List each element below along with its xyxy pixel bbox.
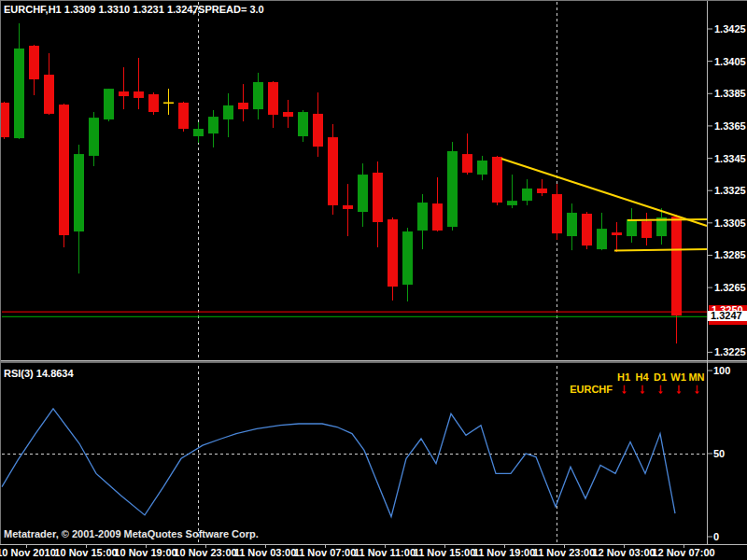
trend-down-arrow-icon-mn: ↓ <box>685 381 708 395</box>
candle-body <box>522 189 532 201</box>
candle-body <box>627 219 637 236</box>
price-axis-label: 1.3405 <box>714 56 746 67</box>
candle-body <box>44 75 54 114</box>
price-axis-label: 1.3425 <box>714 23 746 35</box>
candle-body <box>343 205 353 209</box>
chart-canvas: 1.34251.34051.33851.33651.33451.33251.33… <box>0 0 747 560</box>
spread-label: , SPREAD= 3.0 <box>192 4 264 15</box>
candle-body <box>358 175 368 212</box>
candle-body <box>14 49 24 138</box>
candle-body <box>163 102 174 104</box>
candle-body <box>89 118 99 156</box>
price-axis-label: 1.3305 <box>714 217 746 229</box>
candle-body <box>238 103 248 109</box>
time-axis-label: 11 Nov 23:00 <box>533 547 596 558</box>
candle-body <box>402 231 413 285</box>
candle-body <box>507 201 517 205</box>
price-axis-label: 1.3345 <box>714 153 746 164</box>
candle-body <box>567 213 577 236</box>
candle-body <box>388 219 398 287</box>
price-axis-label: 1.3325 <box>714 185 746 196</box>
candle-body <box>552 194 562 233</box>
candle-body <box>641 221 652 238</box>
metatrader-chart-window: 1.34251.34051.33851.33651.33451.33251.33… <box>0 0 747 560</box>
time-axis-label: 10 Nov 15:00 <box>54 547 117 558</box>
clipped-price-box <box>709 321 747 325</box>
candle-body <box>74 154 84 231</box>
rsi-axis-label: 0 <box>713 531 719 542</box>
candle-body <box>582 214 592 245</box>
candle-body <box>283 112 293 117</box>
rsi-line <box>2 409 675 517</box>
price-axis-label: 1.3365 <box>714 120 746 132</box>
time-axis-label: 11 Nov 11:00 <box>354 547 416 558</box>
candle-body <box>0 103 9 137</box>
candle-body <box>373 173 383 222</box>
candle-body <box>253 82 263 109</box>
rsi-indicator-label: RSI(3) 14.8634 <box>4 368 74 379</box>
time-axis-label: 10 Nov 23:00 <box>174 547 236 558</box>
candle-body <box>298 112 308 136</box>
support-line <box>614 249 707 251</box>
candle-body <box>119 91 129 96</box>
candle-body <box>477 161 487 175</box>
candle-body <box>268 82 278 115</box>
candle-body <box>597 229 607 249</box>
time-axis-label: 12 Nov 03:00 <box>592 547 655 558</box>
price-axis-label: 1.3265 <box>714 282 746 293</box>
price-axis-label: 1.3285 <box>714 249 746 260</box>
candle-body <box>134 91 144 98</box>
candle-body <box>313 114 323 147</box>
price-axis-label: 1.3385 <box>714 88 746 99</box>
copyright-text: Metatrader, © 2001-2009 MetaQuotes Softw… <box>4 528 259 539</box>
candle-body <box>178 103 189 129</box>
time-axis-label: 11 Nov 19:00 <box>473 547 536 558</box>
quote-line: EURCHF,H1 1.3309 1.3310 1.3231 1.3247 <box>4 4 199 15</box>
candle-body <box>432 203 443 231</box>
candle-body <box>537 189 547 193</box>
candle-body <box>193 129 204 136</box>
candle-body <box>208 117 218 133</box>
time-axis-label: 12 Nov 07:00 <box>652 547 714 558</box>
candle-body <box>447 151 458 227</box>
candle-body <box>417 203 428 231</box>
resistance-line <box>627 219 707 220</box>
candle-body <box>612 232 622 235</box>
rsi-axis-label: 100 <box>713 365 730 376</box>
candle-body <box>148 94 159 112</box>
candle-body <box>104 89 114 119</box>
candle-body <box>223 105 233 119</box>
candle-body <box>59 105 69 235</box>
candle-body <box>29 46 39 79</box>
time-axis-label: 11 Nov 07:00 <box>294 547 357 558</box>
price-axis-label: 1.3225 <box>714 346 746 357</box>
time-axis-label: 11 Nov 03:00 <box>234 547 297 558</box>
rsi-axis-label: 50 <box>713 448 725 459</box>
symbol-label: EURCHF <box>566 384 613 395</box>
candle-body <box>462 154 472 173</box>
last-price-box: 1.3247 <box>708 311 747 321</box>
candle-body <box>671 217 682 315</box>
time-axis-label: 11 Nov 15:00 <box>414 547 476 558</box>
candle-body <box>328 137 338 205</box>
candle-body <box>492 157 502 203</box>
time-axis-label: 10 Nov 19:00 <box>114 547 176 558</box>
time-axis-label: 10 Nov 2010 <box>0 547 56 558</box>
